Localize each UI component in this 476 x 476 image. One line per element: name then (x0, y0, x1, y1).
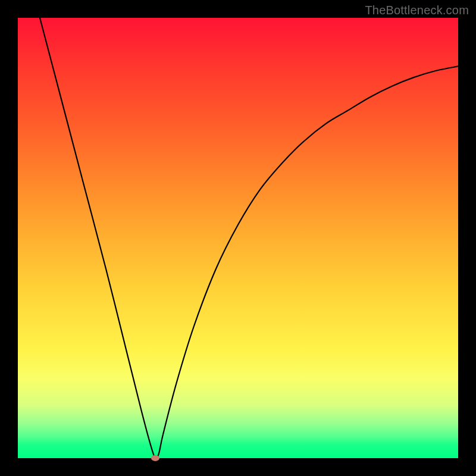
bottleneck-curve-path (40, 18, 458, 458)
watermark-text: TheBottleneck.com (365, 4, 469, 17)
plot-area (18, 18, 458, 458)
minimum-marker (151, 455, 159, 461)
chart-frame: TheBottleneck.com (0, 0, 476, 476)
curve-svg (18, 18, 458, 458)
